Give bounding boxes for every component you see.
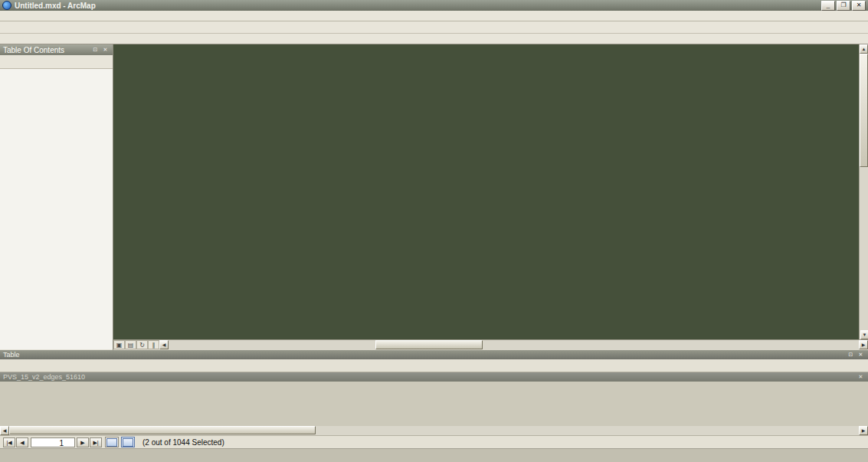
data-view-button[interactable]: ▣	[113, 340, 125, 349]
minimize-button[interactable]: _	[821, 1, 835, 11]
table-title-bar: Table ⊡ ✕	[0, 350, 868, 359]
vscroll-thumb[interactable]	[860, 54, 868, 167]
menu-bar	[0, 11, 868, 21]
previous-record-button[interactable]: ◀	[16, 437, 28, 447]
toolbar-standard	[0, 21, 868, 34]
table-hscroll-thumb[interactable]	[9, 426, 316, 434]
toc-title: Table Of Contents	[3, 46, 90, 54]
selection-status: (2 out of 1044 Selected)	[142, 438, 224, 447]
layout-view-button[interactable]: ▤	[125, 340, 136, 349]
toc-close-icon[interactable]: ✕	[101, 46, 110, 54]
restore-button[interactable]: ❐	[837, 1, 850, 11]
first-record-button[interactable]: |◀	[3, 437, 15, 447]
current-record-input[interactable]: 1	[31, 437, 75, 447]
table-layer-bar: PVS_15_v2_edges_51610 ✕	[0, 372, 868, 382]
show-selected-records-button[interactable]	[121, 437, 135, 447]
toolbar-tools	[0, 34, 868, 44]
table-tabs	[0, 448, 868, 462]
map-vertical-scrollbar[interactable]: ▲ ▼	[859, 44, 868, 339]
hscroll-thumb[interactable]	[375, 340, 483, 349]
pause-drawing-button[interactable]: ∥	[148, 340, 159, 349]
window-title: Untitled.mxd - ArcMap	[15, 2, 820, 10]
table-horizontal-scrollbar[interactable]: ◀ ▶	[0, 426, 868, 435]
scroll-up-arrow[interactable]: ▲	[860, 44, 868, 54]
toc-toolbar	[0, 55, 113, 69]
arcmap-window: Untitled.mxd - ArcMap _ ❐ ✕ Table Of Con…	[0, 0, 868, 462]
scroll-right-arrow[interactable]: ▶	[859, 340, 868, 349]
map-canvas[interactable]	[113, 44, 859, 339]
last-record-button[interactable]: ▶|	[90, 437, 102, 447]
map-view[interactable]: ▲ ▼ ▣ ▤ ↻ ∥ ◀ ▶	[113, 44, 868, 350]
map-horizontal-scrollbar[interactable]: ▣ ▤ ↻ ∥ ◀ ▶	[113, 339, 868, 350]
table-of-contents-panel: Table Of Contents ⊡ ✕	[0, 44, 113, 350]
arcmap-app-icon	[2, 1, 11, 10]
table-scroll-left-arrow[interactable]: ◀	[0, 426, 9, 435]
table-toolbar	[0, 359, 868, 372]
record-navigation-bar: |◀ ◀ 1 ▶ ▶| (2 out of 1044 Selected)	[0, 435, 868, 448]
next-record-button[interactable]: ▶	[77, 437, 89, 447]
table-pin-icon[interactable]: ⊡	[847, 351, 855, 359]
scroll-left-arrow[interactable]: ◀	[159, 340, 169, 349]
toc-title-bar: Table Of Contents ⊡ ✕	[0, 44, 113, 55]
table-layer-close-icon[interactable]: ✕	[857, 373, 865, 381]
toc-tree	[0, 69, 113, 349]
close-button[interactable]: ✕	[852, 1, 866, 11]
title-bar: Untitled.mxd - ArcMap _ ❐ ✕	[0, 0, 868, 11]
table-layer-name: PVS_15_v2_edges_51610	[3, 373, 855, 381]
table-close-icon[interactable]: ✕	[857, 351, 865, 359]
table-scroll-right-arrow[interactable]: ▶	[859, 426, 868, 435]
refresh-view-button[interactable]: ↻	[136, 340, 148, 349]
scroll-down-arrow[interactable]: ▼	[860, 330, 868, 339]
toc-pin-icon[interactable]: ⊡	[91, 46, 100, 54]
table-title: Table	[3, 351, 845, 359]
show-all-records-button[interactable]	[105, 437, 119, 447]
attribute-table-panel: Table ⊡ ✕ PVS_15_v2_edges_51610 ✕ ◀ ▶ |◀…	[0, 350, 868, 462]
